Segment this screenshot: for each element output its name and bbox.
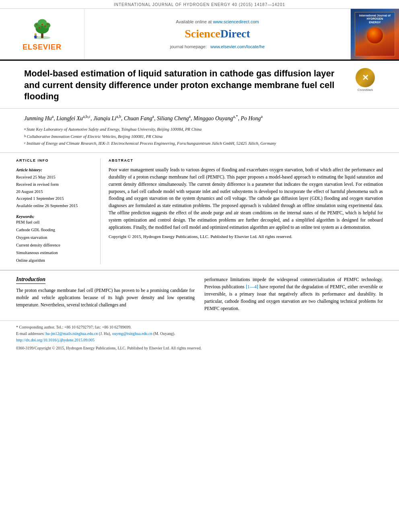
affiliations: a State Key Laboratory of Automotive Saf… bbox=[24, 126, 375, 147]
svg-rect-12 bbox=[34, 35, 37, 38]
journal-header-bar: INTERNATIONAL JOURNAL OF HYDROGEN ENERGY… bbox=[0, 0, 399, 9]
svg-point-8 bbox=[41, 24, 43, 25]
author-email-1[interactable]: hu-jm12@mails.tsinghua.edu.cn bbox=[45, 331, 98, 336]
article-info-abstract-section: ARTICLE INFO Article history: Received 2… bbox=[0, 153, 399, 270]
svg-rect-13 bbox=[34, 36, 35, 37]
revised-date: 20 August 2015 bbox=[16, 188, 93, 195]
svg-point-6 bbox=[38, 27, 40, 29]
keyword-6: Online algorithm bbox=[16, 257, 93, 265]
article-title-section: Model-based estimation of liquid saturat… bbox=[0, 61, 399, 109]
journal-homepage-area: journal homepage: www.elsevier.com/locat… bbox=[170, 44, 265, 49]
elsevier-logo-area: ELSEVIER bbox=[0, 9, 84, 60]
svg-point-10 bbox=[47, 24, 48, 25]
affiliation-c: c Institute of Energy and Climate Resear… bbox=[24, 140, 375, 147]
journal-cover: International Journal ofHYDROGENENERGY bbox=[355, 12, 395, 56]
authors-list: Junming Hua, Liangfei Xua,b,c, Jianqiu L… bbox=[24, 113, 375, 123]
elsevier-tree-icon bbox=[26, 17, 58, 41]
crossmark-icon: ✕ bbox=[356, 68, 375, 87]
sciencedirect-logo: ScienceDirect bbox=[185, 27, 250, 40]
available-online-text: Available online at www.sciencedirect.co… bbox=[176, 19, 259, 24]
intro-left-text: The proton exchange membrane fuel cell (… bbox=[16, 287, 195, 308]
intro-two-col: Introduction The proton exchange membran… bbox=[16, 276, 383, 314]
footer-copyright: 0360-3199/Copyright © 2015, Hydrogen Ene… bbox=[16, 345, 383, 351]
journal-homepage-label: journal homepage: bbox=[170, 44, 207, 49]
abstract-heading: ABSTRACT bbox=[109, 158, 383, 162]
journal-cover-area: International Journal ofHYDROGENENERGY bbox=[351, 9, 399, 60]
footer-section: * Corresponding author. Tel.: +86 10 627… bbox=[0, 320, 399, 355]
article-info-heading: ARTICLE INFO bbox=[16, 158, 93, 162]
elsevier-logo: ELSEVIER bbox=[23, 17, 62, 51]
introduction-section: Introduction The proton exchange membran… bbox=[0, 270, 399, 320]
accepted-date: Accepted 1 September 2015 bbox=[16, 195, 93, 202]
article-title: Model-based estimation of liquid saturat… bbox=[24, 68, 338, 103]
received-date: Received 25 May 2015 bbox=[16, 174, 93, 181]
abstract-copyright: Copyright © 2015, Hydrogen Energy Public… bbox=[109, 233, 383, 240]
keyword-3: Oxygen starvation bbox=[16, 234, 93, 242]
history-label: Article history: bbox=[16, 166, 93, 174]
svg-point-9 bbox=[36, 24, 37, 25]
keywords-section: Keywords: PEM fuel cell Cathode GDL floo… bbox=[16, 214, 93, 264]
received-revised-label: Received in revised form bbox=[16, 181, 93, 188]
doi-url[interactable]: http://dx.doi.org/10.1016/j.ijhydene.201… bbox=[16, 338, 95, 342]
keyword-1: PEM fuel cell bbox=[16, 219, 93, 226]
abstract-col: ABSTRACT Poor water management usually l… bbox=[101, 158, 383, 264]
sciencedirect-url[interactable]: www.sciencedirect.com bbox=[213, 19, 259, 24]
intro-right-text: performance limitations impede the wides… bbox=[204, 276, 383, 312]
sciencedirect-area: Available online at www.sciencedirect.co… bbox=[84, 9, 351, 60]
crossmark-badge[interactable]: ✕ CrossMark bbox=[356, 68, 375, 87]
svg-rect-14 bbox=[36, 36, 38, 37]
affiliation-a: a State Key Laboratory of Automotive Saf… bbox=[24, 126, 375, 133]
cover-title-text: International Journal ofHYDROGENENERGY bbox=[359, 14, 391, 24]
keywords-label: Keywords: bbox=[16, 214, 93, 219]
crossmark-label: CrossMark bbox=[356, 88, 375, 92]
doi-link: http://dx.doi.org/10.1016/j.ijhydene.201… bbox=[16, 337, 383, 343]
available-online-date: Available online 26 September 2015 bbox=[16, 202, 93, 210]
email-addresses: E-mail addresses: hu-jm12@mails.tsinghua… bbox=[16, 331, 383, 337]
intro-left-col: Introduction The proton exchange membran… bbox=[16, 276, 195, 314]
corresponding-author-note: * Corresponding author. Tel.: +86 10 627… bbox=[16, 324, 383, 331]
keyword-4: Current density difference bbox=[16, 242, 93, 249]
cover-graphic bbox=[367, 27, 383, 43]
intro-right-col: performance limitations impede the wides… bbox=[204, 276, 383, 314]
svg-point-11 bbox=[34, 33, 37, 35]
authors-section: Junming Hua, Liangfei Xua,b,c, Jianqiu L… bbox=[0, 109, 399, 153]
abstract-paragraph: Poor water management usually leads to v… bbox=[109, 166, 383, 231]
elsevier-wordmark: ELSEVIER bbox=[23, 43, 62, 51]
author-email-2[interactable]: ouymg@tsinghua.edu.cn bbox=[112, 331, 152, 336]
affiliation-b: b Collaborative Innovation Center of Ele… bbox=[24, 134, 375, 140]
journal-bar-text: INTERNATIONAL JOURNAL OF HYDROGEN ENERGY… bbox=[114, 2, 285, 7]
journal-homepage-url[interactable]: www.elsevier.com/locate/he bbox=[210, 44, 265, 49]
article-info-col: ARTICLE INFO Article history: Received 2… bbox=[16, 158, 101, 264]
svg-point-7 bbox=[44, 26, 46, 27]
keyword-2: Cathode GDL flooding bbox=[16, 226, 93, 234]
header-section: ELSEVIER Available online at www.science… bbox=[0, 9, 399, 61]
abstract-body: Poor water management usually leads to v… bbox=[109, 166, 383, 240]
keyword-5: Simultaneous estimation bbox=[16, 249, 93, 257]
article-history: Article history: Received 25 May 2015 Re… bbox=[16, 166, 93, 210]
intro-heading: Introduction bbox=[16, 276, 195, 284]
reference-1-4[interactable]: [1—4] bbox=[246, 284, 258, 289]
